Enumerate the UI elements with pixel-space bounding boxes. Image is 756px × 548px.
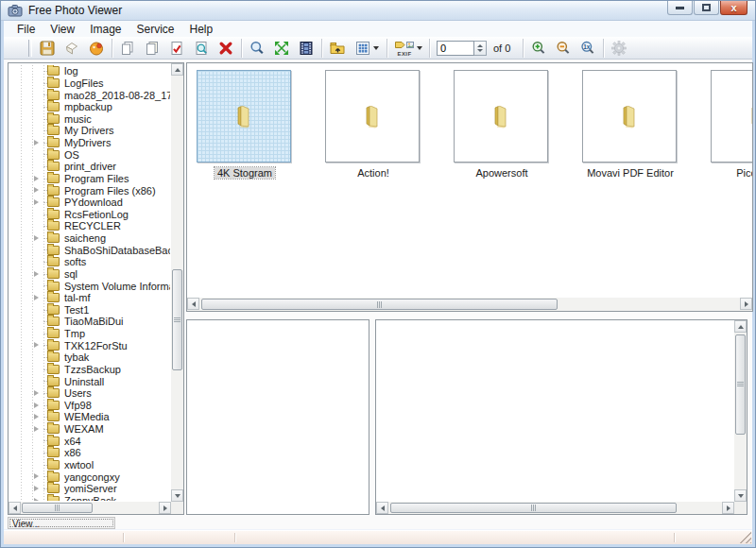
tree-item[interactable]: Uninstall	[9, 375, 170, 387]
menu-view[interactable]: View	[43, 22, 82, 37]
zoom-out-button[interactable]	[551, 38, 576, 59]
tree-item[interactable]: WEXAM	[9, 423, 170, 436]
spinner-up-icon[interactable]	[477, 44, 483, 47]
thumbnail-box[interactable]	[197, 70, 291, 163]
copy-button[interactable]	[115, 38, 140, 59]
tree-item[interactable]: tal-mf	[9, 292, 170, 304]
expand-arrow-icon[interactable]	[34, 498, 39, 502]
thumbnail-box[interactable]	[582, 70, 677, 163]
tree-item[interactable]: yangcongxy	[9, 471, 170, 483]
expand-arrow-icon[interactable]	[34, 402, 39, 408]
tree-item[interactable]: Vfp98	[9, 400, 170, 412]
tree-item[interactable]: mao28_2018-08-28_17_1	[9, 89, 170, 101]
view-mode-dropdown-icon[interactable]	[373, 46, 379, 50]
zoom-in-button[interactable]	[526, 38, 551, 59]
tree-item[interactable]: saicheng	[9, 232, 170, 245]
tree-item[interactable]: RcsFetionLog	[9, 209, 170, 221]
tree-item[interactable]: Program Files	[9, 173, 170, 185]
expand-arrow-icon[interactable]	[34, 199, 39, 205]
tree-item[interactable]: System Volume Informatic	[9, 280, 170, 292]
scroll-right-button[interactable]	[159, 502, 171, 514]
zoom-1x-button[interactable]: 1x	[576, 38, 600, 59]
preview-button[interactable]	[189, 38, 214, 59]
scrollbar-thumb[interactable]	[390, 503, 677, 513]
close-button[interactable]: x	[720, 1, 747, 15]
expand-arrow-icon[interactable]	[34, 390, 39, 396]
page-spinner[interactable]	[474, 41, 487, 56]
scroll-left-button[interactable]	[187, 298, 199, 310]
tree-item[interactable]: My Drivers	[9, 125, 170, 137]
tree-item[interactable]: Tmp	[9, 328, 170, 340]
expand-arrow-icon[interactable]	[34, 271, 39, 277]
scrollbar-thumb[interactable]	[735, 334, 746, 435]
tree-item[interactable]: LogFiles	[9, 77, 170, 90]
scrollbar-thumb[interactable]	[201, 299, 558, 310]
preview-vertical-scrollbar[interactable]	[734, 320, 747, 502]
settings-button[interactable]	[607, 38, 631, 59]
save-button[interactable]	[35, 38, 60, 59]
tree-horizontal-scrollbar[interactable]	[9, 502, 171, 514]
open-button[interactable]	[60, 38, 84, 59]
thumbnail-item[interactable]: 4K Stogram	[197, 70, 293, 179]
tree-item[interactable]: softs	[9, 256, 170, 268]
tree-item[interactable]: ZopnyBack	[9, 495, 170, 502]
scroll-right-button[interactable]	[722, 502, 734, 514]
tree-item[interactable]: TzzsBackup	[9, 364, 170, 376]
scroll-up-button[interactable]	[734, 320, 747, 333]
thumbnail-item[interactable]: Apowersoft	[454, 70, 550, 179]
tree-item[interactable]: print_driver	[9, 161, 170, 173]
expand-arrow-icon[interactable]	[34, 187, 39, 193]
tree-item[interactable]: MyDrivers	[9, 137, 170, 149]
thumbnail-item[interactable]: Picosmos	[711, 70, 753, 179]
spinner-down-icon[interactable]	[477, 49, 483, 52]
expand-arrow-icon[interactable]	[34, 140, 39, 146]
expand-arrow-icon[interactable]	[34, 342, 39, 348]
expand-arrow-icon[interactable]	[34, 176, 39, 181]
tree-item[interactable]: RECYCLER	[9, 220, 170, 232]
tree-item[interactable]: Test1	[9, 304, 170, 317]
tree-vertical-scrollbar[interactable]	[171, 63, 183, 502]
scroll-down-button[interactable]	[734, 489, 747, 502]
tree-item[interactable]: xwtool	[9, 459, 170, 471]
minimize-button[interactable]	[667, 1, 693, 15]
view-button[interactable]: View...	[8, 517, 115, 529]
thumbnail-box[interactable]	[325, 70, 420, 163]
menu-service[interactable]: Service	[129, 22, 182, 37]
scroll-right-button[interactable]	[740, 298, 752, 310]
tree-item[interactable]: log	[9, 65, 170, 77]
scroll-left-button[interactable]	[376, 502, 388, 514]
menu-file[interactable]: File	[9, 22, 43, 37]
tree-item[interactable]: sql	[9, 268, 170, 281]
verify-button[interactable]	[164, 38, 189, 59]
view-mode-button[interactable]	[350, 38, 384, 59]
tree-item[interactable]: x86	[9, 447, 170, 459]
expand-arrow-icon[interactable]	[34, 426, 39, 432]
thumbnail-item[interactable]: Action!	[325, 70, 421, 179]
expand-arrow-icon[interactable]	[34, 473, 39, 479]
zoom-button[interactable]	[245, 38, 269, 59]
expand-arrow-icon[interactable]	[34, 486, 39, 491]
tree-item[interactable]: music	[9, 113, 170, 126]
exif-dropdown-icon[interactable]	[417, 46, 422, 50]
scrollbar-thumb[interactable]	[172, 269, 182, 370]
scroll-left-button[interactable]	[9, 502, 21, 514]
tree-item[interactable]: mpbackup	[9, 101, 170, 113]
expand-arrow-icon[interactable]	[34, 235, 39, 241]
scrollbar-thumb[interactable]	[22, 503, 94, 513]
tree-item[interactable]: yomiServer	[9, 483, 170, 495]
maximize-button[interactable]	[694, 1, 719, 15]
tree-item[interactable]: TXK12ForStu	[9, 339, 170, 351]
exif-button[interactable]: EXIF	[390, 38, 426, 59]
tree-item[interactable]: ShaBoShiDatabaseBackup	[9, 244, 170, 256]
page-number-input[interactable]	[437, 41, 474, 56]
toolbar-grip[interactable]	[28, 40, 32, 57]
tree-item[interactable]: x64	[9, 435, 170, 447]
colors-button[interactable]	[84, 38, 109, 59]
folder-up-button[interactable]	[325, 38, 350, 59]
expand-arrow-icon[interactable]	[34, 295, 39, 300]
tree-item[interactable]: tybak	[9, 351, 170, 364]
thumbnail-box[interactable]	[711, 70, 753, 163]
preview-horizontal-scrollbar[interactable]	[376, 502, 734, 514]
scroll-down-button[interactable]	[171, 489, 183, 502]
thumbnail-item[interactable]: Movavi PDF Editor	[582, 70, 679, 179]
